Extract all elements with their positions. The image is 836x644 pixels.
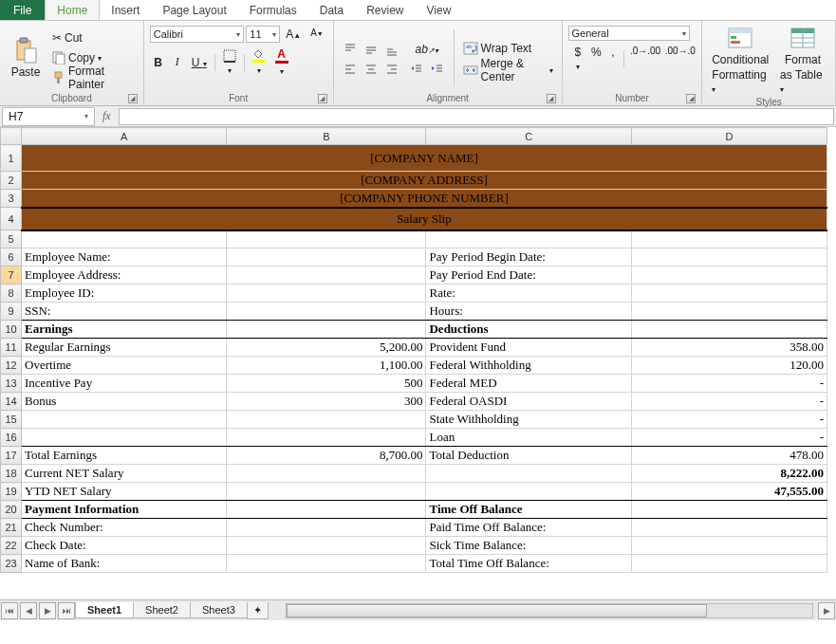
- cell[interactable]: [22, 429, 227, 447]
- cell[interactable]: Total Deduction: [426, 447, 631, 465]
- cell[interactable]: 1,100.00: [227, 357, 426, 375]
- increase-decimal-button[interactable]: .0→.00: [626, 44, 661, 74]
- row-header[interactable]: 4: [1, 208, 22, 230]
- cell[interactable]: [COMPANY NAME]: [22, 145, 827, 172]
- cell[interactable]: Regular Earnings: [22, 339, 227, 357]
- cell[interactable]: Employee ID:: [22, 285, 227, 303]
- cut-button[interactable]: ✂ Cut: [49, 28, 138, 47]
- align-middle-button[interactable]: [361, 41, 381, 58]
- cell[interactable]: 500: [227, 375, 426, 393]
- cell[interactable]: Total Time Off Balance:: [426, 555, 631, 573]
- cell[interactable]: YTD NET Salary: [22, 483, 227, 501]
- cell[interactable]: [631, 501, 827, 519]
- row-header[interactable]: 10: [1, 321, 22, 339]
- col-header-c[interactable]: C: [426, 128, 631, 145]
- row-header[interactable]: 11: [1, 339, 22, 357]
- cell[interactable]: -: [631, 375, 827, 393]
- tab-view[interactable]: View: [416, 0, 463, 20]
- cell[interactable]: [227, 321, 426, 339]
- cell[interactable]: [227, 303, 426, 321]
- row-header[interactable]: 3: [1, 190, 22, 208]
- align-right-button[interactable]: [381, 61, 402, 78]
- cell[interactable]: Earnings: [22, 321, 227, 339]
- cell[interactable]: [22, 411, 227, 429]
- cell[interactable]: Name of Bank:: [22, 555, 227, 573]
- formula-bar[interactable]: [119, 108, 834, 125]
- cell[interactable]: Total Earnings: [22, 447, 227, 465]
- cell[interactable]: 300: [227, 393, 426, 411]
- font-name-select[interactable]: Calibri▾: [150, 26, 245, 43]
- font-size-select[interactable]: 11▾: [246, 26, 280, 43]
- cell[interactable]: [227, 248, 426, 267]
- currency-button[interactable]: $ ▾: [568, 44, 587, 74]
- dialog-launcher-icon[interactable]: ◢: [128, 94, 138, 103]
- row-header[interactable]: 2: [1, 172, 22, 190]
- font-color-button[interactable]: A▾: [271, 46, 292, 79]
- tab-review[interactable]: Review: [355, 0, 415, 20]
- cell[interactable]: [227, 555, 426, 573]
- paste-button[interactable]: Paste: [6, 23, 46, 93]
- comma-button[interactable]: ,: [604, 44, 622, 74]
- cell[interactable]: Deductions: [426, 321, 631, 339]
- row-header[interactable]: 18: [1, 465, 22, 483]
- cell[interactable]: [227, 230, 426, 248]
- cell[interactable]: 47,555.00: [631, 483, 827, 501]
- cell[interactable]: [22, 230, 227, 248]
- cell[interactable]: [631, 537, 827, 555]
- dialog-launcher-icon[interactable]: ◢: [318, 94, 327, 103]
- cell[interactable]: Pay Period End Date:: [426, 267, 631, 285]
- cell[interactable]: 120.00: [631, 357, 827, 375]
- row-header[interactable]: 14: [1, 393, 22, 411]
- cell[interactable]: -: [631, 429, 827, 447]
- cell[interactable]: [426, 230, 631, 248]
- italic-button[interactable]: I: [169, 53, 186, 71]
- cell[interactable]: Time Off Balance: [426, 501, 631, 519]
- row-header[interactable]: 7: [1, 267, 22, 285]
- cell[interactable]: Sick Time Balance:: [426, 537, 631, 555]
- cell[interactable]: [631, 230, 827, 248]
- cell[interactable]: Federal Withholding: [426, 357, 631, 375]
- decrease-font-button[interactable]: A▼: [307, 26, 327, 43]
- cell[interactable]: Overtime: [22, 357, 227, 375]
- decrease-decimal-button[interactable]: .00→.0: [661, 44, 697, 74]
- tab-home[interactable]: Home: [45, 0, 100, 20]
- cell[interactable]: [631, 248, 827, 267]
- scroll-right-button[interactable]: ▶: [818, 602, 835, 619]
- dialog-launcher-icon[interactable]: ◢: [686, 94, 696, 103]
- cell[interactable]: Incentive Pay: [22, 375, 227, 393]
- next-sheet-button[interactable]: ▶: [39, 602, 56, 619]
- cell[interactable]: Employee Name:: [22, 248, 227, 267]
- cell[interactable]: [227, 501, 426, 519]
- col-header-a[interactable]: A: [22, 128, 227, 145]
- cell[interactable]: Salary Slip: [22, 208, 827, 230]
- cell[interactable]: [631, 285, 827, 303]
- first-sheet-button[interactable]: ⏮: [1, 602, 18, 619]
- cell[interactable]: Paid Time Off Balance:: [426, 519, 631, 537]
- cell[interactable]: [227, 483, 426, 501]
- cell[interactable]: [227, 267, 426, 285]
- row-header[interactable]: 22: [1, 537, 22, 555]
- cell[interactable]: Payment Information: [22, 501, 227, 519]
- orientation-button[interactable]: ab↗▾: [406, 41, 448, 58]
- row-header[interactable]: 16: [1, 429, 22, 447]
- row-header[interactable]: 15: [1, 411, 22, 429]
- cell[interactable]: Check Date:: [22, 537, 227, 555]
- cell[interactable]: [426, 465, 631, 483]
- cell[interactable]: -: [631, 393, 827, 411]
- cell[interactable]: Bonus: [22, 393, 227, 411]
- cell[interactable]: [227, 537, 426, 555]
- merge-center-button[interactable]: Merge & Center ▾: [460, 61, 556, 80]
- cell[interactable]: Rate:: [426, 285, 631, 303]
- number-format-select[interactable]: General▾: [568, 26, 690, 41]
- cell[interactable]: [631, 555, 827, 573]
- percent-button[interactable]: %: [587, 44, 604, 74]
- increase-font-button[interactable]: A▲: [282, 26, 305, 43]
- cell[interactable]: -: [631, 411, 827, 429]
- cell[interactable]: 358.00: [631, 339, 827, 357]
- cell[interactable]: Loan: [426, 429, 631, 447]
- row-header[interactable]: 9: [1, 303, 22, 321]
- cell[interactable]: SSN:: [22, 303, 227, 321]
- row-header[interactable]: 19: [1, 483, 22, 501]
- sheet-tab-1[interactable]: Sheet1: [75, 602, 134, 618]
- cell[interactable]: Hours:: [426, 303, 631, 321]
